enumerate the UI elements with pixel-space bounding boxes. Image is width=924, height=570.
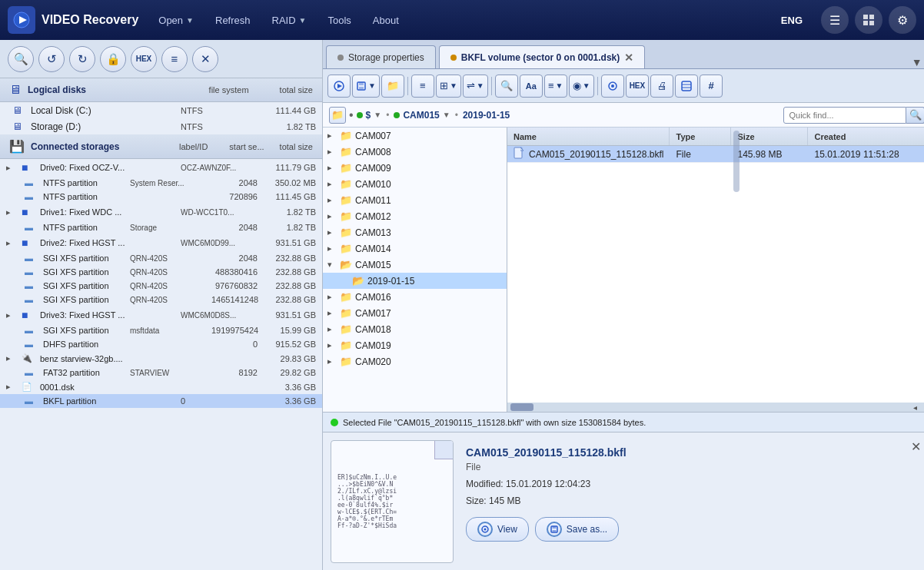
- rt-filter-btn[interactable]: ≡▼: [544, 75, 567, 98]
- hscroll-right[interactable]: ▸: [920, 403, 924, 412]
- rt-zoom-btn[interactable]: ◉▼: [569, 75, 594, 98]
- tab-bkfl-volume[interactable]: BKFL volume (sector 0 on 0001.dsk) ✕: [439, 45, 646, 68]
- disk-d-item[interactable]: 🖥 Storage (D:) NTFS 1.82 TB: [0, 118, 322, 134]
- col-created[interactable]: Created: [808, 128, 924, 145]
- menu-tools[interactable]: Tools: [319, 10, 361, 31]
- drive1-item[interactable]: ▸ ■ Drive1: Fixed WDC ... WD-WCC1T0... 1…: [0, 204, 322, 220]
- ft-cam013[interactable]: ▸ 📁 CAM013: [323, 224, 507, 240]
- disk-c-item[interactable]: 🖥 Local Disk (C:) NTFS 111.44 GB: [0, 102, 322, 118]
- col-type[interactable]: Type: [670, 128, 731, 145]
- drive3-label: Drive3: Fixed HGST ...: [40, 310, 176, 320]
- bkfl-item[interactable]: ▬ BKFL partition 0 3.36 GB: [0, 394, 322, 408]
- xfs1-item[interactable]: ▬ SGI XFS partition QRN-420S 2048 232.88…: [0, 251, 322, 265]
- menu-refresh[interactable]: Refresh: [206, 10, 260, 31]
- ft-cam017[interactable]: ▸ 📁 CAM017: [323, 305, 507, 321]
- ntfs-part3-item[interactable]: ▬ NTFS partition Storage 2048 1.82 TB: [0, 220, 322, 234]
- ntfs-part1-label: NTFS partition: [43, 178, 125, 187]
- ft-cam019[interactable]: ▸ 📁 CAM019: [323, 337, 507, 353]
- drive3-item[interactable]: ▸ ■ Drive3: Fixed HGST ... WMC6M0D8S... …: [0, 307, 322, 323]
- preview-view-btn[interactable]: View: [466, 517, 529, 542]
- ft-cam009[interactable]: ▸ 📁 CAM009: [323, 160, 507, 176]
- quick-find-btn[interactable]: 🔍: [906, 107, 924, 124]
- rt-hash-btn[interactable]: #: [700, 75, 723, 98]
- menu-open[interactable]: Open ▼: [149, 10, 203, 31]
- dhfs-item[interactable]: ▬ DHFS partition 0 915.52 GB: [0, 337, 322, 351]
- ntfs-part2-item[interactable]: ▬ NTFS partition 720896 111.45 GB: [0, 190, 322, 204]
- close-toolbar-btn[interactable]: ✕: [192, 46, 218, 72]
- ft-cam018[interactable]: ▸ 📁 CAM018: [323, 321, 507, 337]
- breadcrumb-date[interactable]: 2019-01-15: [463, 110, 510, 121]
- ft-cam014[interactable]: ▸ 📁 CAM014: [323, 240, 507, 257]
- menu-icon-btn[interactable]: ☰: [821, 6, 849, 34]
- hscroll-left[interactable]: ◂: [909, 403, 920, 412]
- ft-cam007[interactable]: ▸ 📁 CAM007: [323, 128, 507, 144]
- xfs4-icon: ▬: [25, 295, 38, 304]
- hex-toolbar-btn[interactable]: HEX: [131, 46, 157, 72]
- lock-toolbar-btn[interactable]: 🔒: [100, 46, 126, 72]
- ft-cam011[interactable]: ▸ 📁 CAM011: [323, 192, 507, 208]
- ft-cam009-icon: 📁: [340, 162, 352, 174]
- rt-list-btn[interactable]: ≡: [411, 75, 434, 98]
- drive0-item[interactable]: ▸ ■ Drive0: Fixed OCZ-V... OCZ-AWNZ0F...…: [0, 159, 322, 176]
- rt-case-btn[interactable]: Aa: [520, 75, 543, 98]
- xfs5-item[interactable]: ▬ SGI XFS partition msftdata 1919975424 …: [0, 323, 322, 337]
- tab-overflow-arrow[interactable]: ▼: [912, 56, 922, 68]
- file-row-bkfl[interactable]: CAM015_20190115_115128.bkfl File 145.98 …: [507, 146, 924, 163]
- rt-save-btn[interactable]: ▼: [352, 75, 380, 98]
- refresh-toolbar-btn[interactable]: ↺: [38, 46, 65, 72]
- sync-toolbar-btn[interactable]: ↻: [69, 46, 95, 72]
- ft-cam008[interactable]: ▸ 📁 CAM008: [323, 144, 507, 160]
- rt-hex-btn[interactable]: HEX: [626, 75, 650, 98]
- col-name[interactable]: Name: [507, 128, 670, 145]
- breadcrumb-cam015[interactable]: CAM015 ▼: [394, 110, 450, 121]
- xfs3-item[interactable]: ▬ SGI XFS partition QRN-420S 976760832 2…: [0, 279, 322, 293]
- list-toolbar-btn[interactable]: ≡: [161, 46, 188, 72]
- svg-marker-7: [337, 84, 342, 88]
- file-list-hscroll[interactable]: ◂ ▸: [507, 403, 924, 412]
- dsk-item[interactable]: ▸ 📄 0001.dsk 3.36 GB: [0, 379, 322, 394]
- ntfs-part1-item[interactable]: ▬ NTFS partition System Reser... 2048 35…: [0, 176, 322, 190]
- breadcrumb-dollar-arrow[interactable]: ▼: [374, 111, 381, 119]
- rt-block-btn[interactable]: [675, 75, 698, 98]
- tab-storage-properties[interactable]: Storage properties: [326, 45, 436, 68]
- ft-2019-01-15[interactable]: 📂 2019-01-15: [323, 273, 507, 289]
- xfs4-item[interactable]: ▬ SGI XFS partition QRN-420S 1465141248 …: [0, 293, 322, 307]
- tab-bkfl-close[interactable]: ✕: [624, 52, 633, 63]
- rt-grid-btn[interactable]: ⊞▼: [436, 75, 461, 98]
- ft-cam010[interactable]: ▸ 📁 CAM010: [323, 176, 507, 192]
- ft-cam020[interactable]: ▸ 📁 CAM020: [323, 353, 507, 370]
- rt-play-btn[interactable]: [327, 75, 351, 98]
- rt-print-btn[interactable]: 🖨: [650, 75, 673, 98]
- rt-find-btn[interactable]: 🔍: [495, 75, 518, 98]
- rt-recover-btn[interactable]: [601, 75, 624, 98]
- fat32-item[interactable]: ▬ FAT32 partition STARVIEW 8192 29.82 GB: [0, 366, 322, 379]
- search-toolbar-btn[interactable]: 🔍: [8, 46, 34, 72]
- ft-cam019-icon: 📁: [340, 340, 352, 351]
- file-list-body: CAM015_20190115_115128.bkfl File 145.98 …: [507, 146, 924, 403]
- settings-btn[interactable]: ⚙: [889, 6, 916, 34]
- ft-cam016[interactable]: ▸ 📁 CAM016: [323, 289, 507, 305]
- quick-find-input[interactable]: [783, 107, 906, 124]
- svg-rect-21: [552, 530, 556, 532]
- ft-cam012[interactable]: ▸ 📁 CAM012: [323, 208, 507, 224]
- breadcrumb-cam015-arrow[interactable]: ▼: [443, 111, 450, 119]
- rt-swap-btn[interactable]: ⇌▼: [463, 75, 488, 98]
- usb-item[interactable]: ▸ 🔌 benz starview-32gb.... 29.83 GB: [0, 351, 322, 366]
- xfs4-label: SGI XFS partition: [43, 295, 125, 304]
- rt-folder-btn[interactable]: 📁: [381, 75, 404, 98]
- preview-saveas-btn[interactable]: Save as...: [535, 517, 619, 542]
- breadcrumb-dollar[interactable]: $ ▼: [357, 110, 382, 121]
- menu-about[interactable]: About: [364, 10, 408, 31]
- col-size[interactable]: Size: [731, 128, 808, 145]
- preview-close-btn[interactable]: ✕: [908, 439, 923, 454]
- layout-btn[interactable]: [855, 6, 882, 34]
- xfs1-start: 2048: [211, 254, 258, 263]
- lang-selector[interactable]: ENG: [769, 15, 815, 26]
- drive2-item[interactable]: ▸ ■ Drive2: Fixed HGST ... WMC6M0D99... …: [0, 234, 322, 251]
- breadcrumb-folder-btn[interactable]: 📁: [329, 107, 346, 124]
- xfs2-item[interactable]: ▬ SGI XFS partition QRN-420S 488380416 2…: [0, 265, 322, 279]
- file-row-icon: [514, 147, 524, 161]
- menu-raid[interactable]: RAID ▼: [263, 10, 316, 31]
- disk-c-label: Local Disk (C:): [31, 105, 176, 116]
- ft-cam015[interactable]: ▾ 📂 CAM015: [323, 257, 507, 273]
